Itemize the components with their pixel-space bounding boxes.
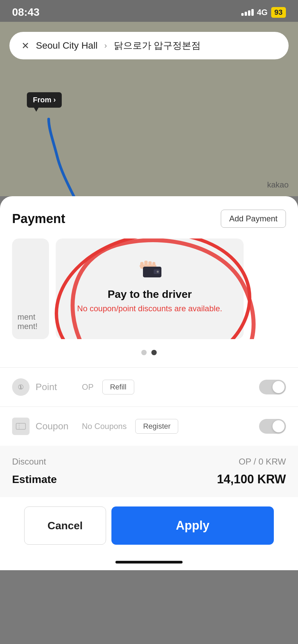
discount-value: OP / 0 KRW	[239, 457, 286, 467]
point-label: Point	[36, 382, 76, 392]
dot-1[interactable]	[141, 350, 147, 355]
map-watermark: kakao	[267, 180, 289, 190]
coupon-toggle[interactable]	[259, 419, 286, 434]
partial-card[interactable]: ment ment!	[12, 238, 49, 339]
cancel-button[interactable]: Cancel	[24, 506, 106, 545]
no-coupons-label: No Coupons	[82, 422, 127, 431]
partial-card-text2: ment!	[17, 322, 44, 331]
point-icon: ①	[12, 378, 30, 396]
battery-badge: 93	[271, 7, 286, 18]
add-payment-button[interactable]: Add Payment	[221, 210, 286, 228]
card-sub-text: No coupon/point discounts are available.	[77, 304, 222, 313]
wallet-icon	[133, 252, 166, 279]
network-label: 4G	[257, 8, 268, 17]
from-bubble: From ›	[27, 92, 62, 108]
discount-row: Discount OP / 0 KRW	[12, 457, 286, 467]
coupon-icon	[12, 418, 30, 435]
route-destination: 닭으로가 압구정본점	[114, 39, 201, 52]
svg-rect-9	[16, 423, 26, 429]
estimate-label: Estimate	[12, 473, 57, 486]
route-arrow-icon: ›	[104, 41, 107, 50]
carousel-dots	[12, 350, 286, 355]
ticket-icon	[16, 422, 26, 430]
discount-label: Discount	[12, 457, 46, 467]
toggle-knob-2	[272, 420, 285, 432]
estimate-row: Estimate 14,100 KRW	[12, 472, 286, 486]
route-bar: ✕ Seoul City Hall › 닭으로가 압구정본점	[9, 32, 289, 59]
card-main-title: Pay to the driver	[108, 288, 192, 301]
status-right: 4G 93	[241, 7, 286, 18]
close-icon[interactable]: ✕	[21, 40, 29, 51]
home-bar	[115, 561, 183, 564]
payment-header: Payment Add Payment	[12, 210, 286, 228]
bottom-sheet: Payment Add Payment ment ment!	[0, 196, 298, 570]
pay-to-driver-card[interactable]: Pay to the driver No coupon/point discou…	[56, 238, 244, 339]
register-coupon-button[interactable]: Register	[135, 419, 178, 434]
point-sublabel: OP	[82, 382, 94, 392]
cards-track: ment ment!	[12, 238, 286, 339]
bottom-buttons: Cancel Apply	[12, 497, 286, 557]
cards-carousel: ment ment!	[12, 238, 286, 339]
status-time: 08:43	[12, 6, 40, 18]
route-origin: Seoul City Hall	[36, 40, 98, 51]
coupon-label: Coupon	[36, 421, 76, 432]
payment-title: Payment	[12, 212, 65, 226]
point-toggle[interactable]	[259, 380, 286, 394]
signal-icon	[241, 9, 254, 16]
wallet-icon-area	[133, 252, 166, 280]
coupon-row: Coupon No Coupons Register	[12, 407, 286, 446]
toggle-knob	[272, 381, 285, 393]
partial-card-text1: ment	[17, 312, 44, 322]
status-bar: 08:43 4G 93	[0, 0, 298, 22]
map-area: ✕ Seoul City Hall › 닭으로가 압구정본점 kakao Fro…	[0, 22, 298, 196]
refill-button[interactable]: Refill	[102, 380, 134, 394]
apply-button[interactable]: Apply	[111, 506, 274, 545]
svg-point-8	[157, 271, 159, 273]
home-indicator	[12, 557, 286, 570]
dot-2[interactable]	[151, 350, 157, 355]
summary-section: Discount OP / 0 KRW Estimate 14,100 KRW	[0, 446, 298, 497]
estimate-value: 14,100 KRW	[217, 472, 286, 486]
from-marker: From ›	[27, 92, 62, 108]
point-row: ① Point OP Refill	[12, 368, 286, 407]
